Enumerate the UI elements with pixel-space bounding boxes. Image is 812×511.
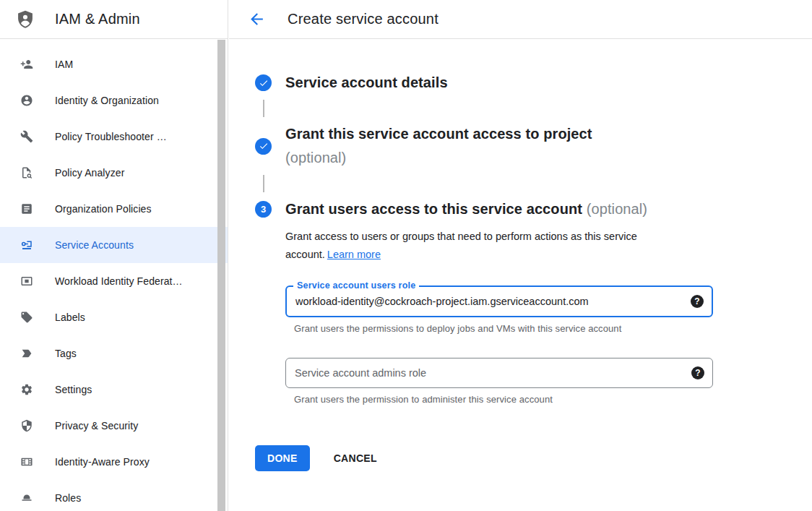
step-2-title-block: Grant this service account access to pro… xyxy=(285,122,592,170)
step-3-title: Grant users access to this service accou… xyxy=(285,201,582,217)
sidebar-item-label: Settings xyxy=(55,384,92,395)
id-card-icon xyxy=(20,275,33,288)
sidebar-item-organization-policies[interactable]: Organization Policies xyxy=(0,191,228,227)
learn-more-link[interactable]: Learn more xyxy=(327,249,381,260)
label-important-icon xyxy=(20,347,33,360)
sidebar-item-service-accounts[interactable]: Service Accounts xyxy=(0,227,228,263)
form-actions: DONE CANCEL xyxy=(255,445,812,471)
article-icon xyxy=(20,202,33,215)
person-add-icon xyxy=(20,58,33,71)
tag-icon xyxy=(20,311,33,324)
sidebar-nav: IAM Identity & Organization Policy Troub… xyxy=(0,39,228,511)
admins-role-helper-text: Grant users the permission to administer… xyxy=(294,394,713,405)
sidebar-item-policy-analyzer[interactable]: Policy Analyzer xyxy=(0,155,228,191)
step-1-service-account-details: Service account details xyxy=(255,71,812,95)
step-3-number-badge: 3 xyxy=(255,201,272,218)
step-2-title: Grant this service account access to pro… xyxy=(285,122,592,146)
sidebar-item-label: Policy Analyzer xyxy=(55,167,124,179)
shield-icon xyxy=(20,419,33,432)
sidebar-item-label: Labels xyxy=(55,312,85,323)
service-account-icon xyxy=(20,239,33,252)
sidebar-item-identity-aware-proxy[interactable]: Identity-Aware Proxy xyxy=(0,444,228,480)
sidebar-item-label: Workload Identity Federat… xyxy=(55,275,183,287)
help-icon[interactable]: ? xyxy=(691,295,704,308)
sidebar-item-iam[interactable]: IAM xyxy=(0,46,228,82)
done-button[interactable]: DONE xyxy=(255,445,310,471)
users-role-field-container: Service account users role ? xyxy=(285,285,713,317)
step-2-optional-label: (optional) xyxy=(285,146,592,170)
policy-analyzer-icon xyxy=(20,166,33,179)
wrench-icon xyxy=(20,130,33,143)
sidebar-item-label: Identity-Aware Proxy xyxy=(55,456,150,468)
account-circle-icon xyxy=(20,94,33,107)
step-1-title: Service account details xyxy=(285,71,448,95)
step-connector xyxy=(263,100,264,117)
proxy-icon xyxy=(20,455,33,468)
sidebar-item-label: Roles xyxy=(55,492,81,504)
sidebar-item-tags[interactable]: Tags xyxy=(0,335,228,372)
sidebar-item-privacy-security[interactable]: Privacy & Security xyxy=(0,408,228,444)
sidebar-item-workload-identity-federation[interactable]: Workload Identity Federat… xyxy=(0,263,228,299)
admins-role-input[interactable] xyxy=(295,367,670,379)
step-1-check-icon xyxy=(255,74,272,91)
users-role-field-label: Service account users role xyxy=(293,280,419,291)
cancel-button[interactable]: CANCEL xyxy=(322,445,389,471)
page-title: Create service account xyxy=(288,11,439,27)
sidebar-item-label: Identity & Organization xyxy=(55,95,159,106)
hat-icon xyxy=(20,491,33,504)
sidebar-title: IAM & Admin xyxy=(55,11,140,27)
page-header: Create service account xyxy=(229,0,812,39)
gcp-console-window: IAM & Admin IAM Identity & Organization xyxy=(0,0,812,511)
sidebar-item-label: Organization Policies xyxy=(55,203,152,215)
sidebar-item-labels[interactable]: Labels xyxy=(0,299,228,335)
step-3-body: Grant users access to this service accou… xyxy=(285,197,713,405)
sidebar-item-label: IAM xyxy=(55,59,73,70)
sidebar-header: IAM & Admin xyxy=(0,0,228,39)
sidebar-item-label: Service Accounts xyxy=(55,239,134,251)
iam-admin-sidebar: IAM & Admin IAM Identity & Organization xyxy=(0,0,228,511)
users-role-helper-text: Grant users the permissions to deploy jo… xyxy=(294,323,713,334)
step-connector xyxy=(263,175,264,192)
step-3-optional-label: (optional) xyxy=(587,201,647,217)
sidebar-item-label: Privacy & Security xyxy=(55,420,138,431)
sidebar-item-label: Policy Troubleshooter … xyxy=(55,131,167,142)
sidebar-item-policy-troubleshooter[interactable]: Policy Troubleshooter … xyxy=(0,119,228,155)
step-3-grant-users-access: 3 Grant users access to this service acc… xyxy=(255,197,812,405)
step-3-description: Grant access to users or groups that nee… xyxy=(285,228,694,264)
step-2-check-icon xyxy=(255,138,272,155)
admins-role-field-container: ? xyxy=(285,358,713,388)
step-3-title-line: Grant users access to this service accou… xyxy=(285,197,713,221)
users-role-input[interactable] xyxy=(295,296,671,307)
sidebar-scrollbar[interactable] xyxy=(217,40,225,511)
sidebar-item-roles[interactable]: Roles xyxy=(0,480,228,511)
iam-admin-shield-logo-icon xyxy=(15,9,35,30)
back-arrow-icon[interactable] xyxy=(248,10,266,28)
stepper-content: Service account details Grant this servi… xyxy=(229,39,812,471)
sidebar-item-settings[interactable]: Settings xyxy=(0,372,228,408)
sidebar-item-label: Tags xyxy=(55,348,77,359)
help-icon[interactable]: ? xyxy=(691,366,704,379)
step-2-grant-access-to-project: Grant this service account access to pro… xyxy=(255,122,812,170)
gear-icon xyxy=(20,383,33,396)
sidebar-item-identity-organization[interactable]: Identity & Organization xyxy=(0,82,228,119)
main-panel: Create service account Service account d… xyxy=(229,0,812,511)
